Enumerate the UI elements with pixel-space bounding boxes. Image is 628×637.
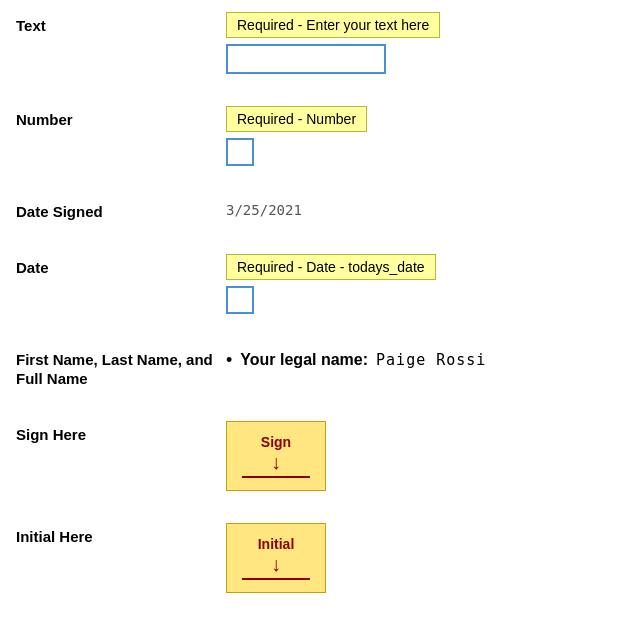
bullet-icon: • [226, 350, 232, 371]
text-input[interactable] [226, 44, 386, 74]
number-field: Required - Number [226, 106, 612, 166]
date-label: Date [16, 254, 226, 278]
initial-row: Initial Here Initial ↓ [0, 511, 628, 605]
text-label: Text [16, 12, 226, 36]
initial-underline [242, 578, 311, 580]
initial-button[interactable]: Initial ↓ [226, 523, 326, 593]
date-signed-row: Date Signed 3/25/2021 [0, 186, 628, 234]
date-signed-field: 3/25/2021 [226, 198, 612, 218]
initial-field: Initial ↓ [226, 523, 612, 593]
full-name-row: First Name, Last Name, and Full Name • Y… [0, 334, 628, 401]
number-required-badge: Required - Number [226, 106, 367, 132]
text-field: Required - Enter your text here [226, 12, 612, 74]
number-label: Number [16, 106, 226, 130]
legal-name-content: • Your legal name: Paige Rossi [226, 346, 612, 371]
number-row: Number Required - Number [0, 94, 628, 178]
sign-arrow-icon: ↓ [271, 452, 281, 472]
form-container: Text Required - Enter your text here Num… [0, 0, 628, 605]
initial-button-label: Initial [258, 536, 295, 552]
sign-label: Sign Here [16, 421, 226, 445]
sign-row: Sign Here Sign ↓ [0, 409, 628, 503]
date-checkbox[interactable] [226, 286, 254, 314]
initial-label: Initial Here [16, 523, 226, 547]
date-required-badge: Required - Date - todays_date [226, 254, 436, 280]
date-signed-value: 3/25/2021 [226, 198, 612, 218]
full-name-field: • Your legal name: Paige Rossi [226, 346, 612, 371]
full-name-label: First Name, Last Name, and Full Name [16, 346, 226, 389]
text-required-badge: Required - Enter your text here [226, 12, 440, 38]
date-field: Required - Date - todays_date [226, 254, 612, 314]
legal-name-heading: Your legal name: [240, 351, 368, 369]
sign-button[interactable]: Sign ↓ [226, 421, 326, 491]
sign-underline [242, 476, 311, 478]
text-row: Text Required - Enter your text here [0, 0, 628, 86]
initial-arrow-icon: ↓ [271, 554, 281, 574]
legal-name-value: Paige Rossi [376, 351, 486, 369]
sign-field: Sign ↓ [226, 421, 612, 491]
date-row: Date Required - Date - todays_date [0, 242, 628, 326]
date-signed-label: Date Signed [16, 198, 226, 222]
sign-button-label: Sign [261, 434, 291, 450]
number-checkbox[interactable] [226, 138, 254, 166]
